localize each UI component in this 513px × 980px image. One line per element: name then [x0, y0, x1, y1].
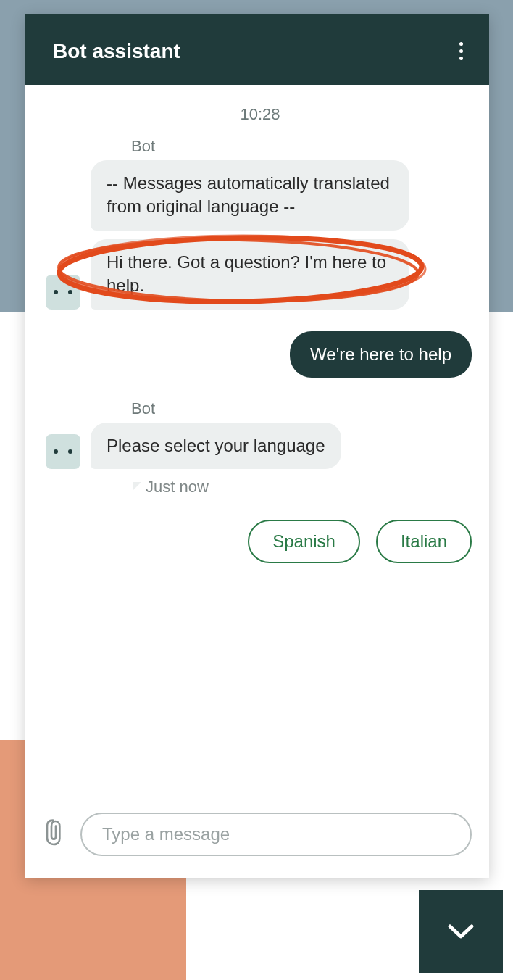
message-input[interactable]: [80, 813, 472, 856]
more-vertical-icon: [459, 57, 463, 60]
message-timestamp: Just now: [154, 478, 475, 497]
language-option-italian[interactable]: Italian: [376, 520, 472, 563]
language-option-spanish[interactable]: Spanish: [248, 520, 360, 563]
more-options-button[interactable]: [455, 38, 467, 65]
conversation-timestamp: 10:28: [46, 105, 475, 124]
chat-body: 10:28 Bot -- Messages automatically tran…: [25, 85, 489, 798]
page-background: Bot assistant 10:28 Bot -- Messages auto…: [0, 0, 513, 980]
message-row: -- Messages automatically translated fro…: [46, 160, 475, 231]
bot-avatar-icon: [54, 290, 72, 294]
chevron-down-icon: [444, 915, 477, 948]
chat-widget-window: Bot assistant 10:28 Bot -- Messages auto…: [25, 14, 489, 878]
user-message-row: We're here to help: [46, 331, 472, 378]
timestamp-text: Just now: [146, 478, 209, 497]
message-row: Please select your language: [46, 423, 475, 469]
sender-label-bot: Bot: [131, 399, 475, 418]
more-vertical-icon: [459, 42, 463, 46]
bot-avatar-icon: [54, 449, 72, 454]
bot-avatar: [46, 434, 80, 469]
sender-label-bot: Bot: [131, 137, 475, 156]
chat-composer: [25, 798, 489, 878]
bot-avatar: [46, 275, 80, 310]
bot-message-system-translation: -- Messages automatically translated fro…: [91, 160, 409, 231]
bot-message-greeting: Hi there. Got a question? I'm here to he…: [91, 239, 409, 310]
chat-header: Bot assistant: [25, 14, 489, 85]
more-vertical-icon: [459, 49, 463, 53]
chat-title: Bot assistant: [53, 40, 180, 63]
minimize-chat-button[interactable]: [419, 890, 503, 973]
bot-message-language-prompt: Please select your language: [91, 423, 341, 469]
attach-file-button[interactable]: [41, 818, 64, 850]
user-message: We're here to help: [290, 331, 472, 378]
message-row: Hi there. Got a question? I'm here to he…: [46, 239, 475, 310]
bubble-tail-icon: [133, 482, 141, 491]
quick-reply-options: Spanish Italian: [46, 520, 475, 563]
paperclip-icon: [41, 818, 64, 847]
